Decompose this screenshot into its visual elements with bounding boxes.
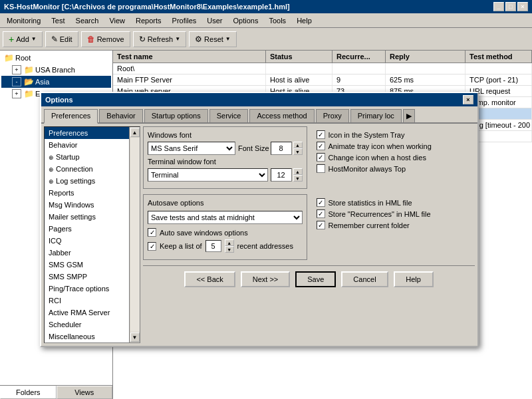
keep-list-checkbox[interactable] xyxy=(148,242,156,251)
spin-down[interactable]: ▼ xyxy=(225,246,234,253)
menu-view[interactable]: View xyxy=(105,15,129,26)
tree-node-label: USA Branch xyxy=(35,66,75,74)
menu-tools[interactable]: Tools xyxy=(265,15,290,26)
back-button[interactable]: << Back xyxy=(184,271,235,287)
title-controls: _ □ × xyxy=(493,2,528,11)
autosave-label: Autosave options xyxy=(148,199,303,207)
nav-item-smssmpp[interactable]: SMS SMPP xyxy=(45,271,129,283)
dialog-close-button[interactable]: × xyxy=(463,95,473,104)
cell-name: Root\ xyxy=(113,63,266,74)
nav-item-rma[interactable]: Active RMA Server xyxy=(45,307,129,319)
tree-node-usa[interactable]: + 📁 USA Branch xyxy=(1,64,111,76)
expand-icon[interactable]: + xyxy=(12,65,21,74)
animate-tray-checkbox[interactable] xyxy=(317,142,325,150)
expand-icon[interactable]: - xyxy=(12,77,21,86)
nav-item-log[interactable]: ⊕ Log settings xyxy=(45,175,129,187)
edit-button[interactable]: ✎ Edit xyxy=(45,31,78,47)
options-nav: Preferences Behavior ⊕ Startup ⊕ Connect… xyxy=(45,127,129,342)
nav-item-behavior[interactable]: Behavior xyxy=(45,139,129,151)
autosave-select[interactable]: Save tests and stats at midnight xyxy=(148,211,303,224)
next-button[interactable]: Next >> xyxy=(241,271,291,287)
maximize-button[interactable]: □ xyxy=(505,2,516,11)
tab-proxy[interactable]: Proxy xyxy=(316,109,349,122)
menu-user[interactable]: User xyxy=(203,15,226,26)
autosave-row: Autosave options Save tests and stats at… xyxy=(143,194,475,260)
nav-item-preferences[interactable]: Preferences xyxy=(45,127,129,139)
menu-reports[interactable]: Reports xyxy=(132,15,166,26)
table-row[interactable]: Main FTP Server Host is alive 9 625 ms T… xyxy=(113,74,532,86)
scroll-down-button[interactable]: ▼ xyxy=(130,332,140,342)
table-row[interactable]: Root\ xyxy=(113,63,532,74)
nav-item-reports[interactable]: Reports xyxy=(45,187,129,199)
help-button[interactable]: Help xyxy=(394,271,434,287)
reset-dropdown-icon[interactable]: ▼ xyxy=(225,36,231,42)
spin-up[interactable]: ▲ xyxy=(293,168,303,175)
keep-list-input[interactable] xyxy=(205,240,221,252)
nav-item-rci[interactable]: RCI xyxy=(45,295,129,307)
nav-item-misc[interactable]: Miscellaneous xyxy=(45,331,129,342)
windows-font-select[interactable]: MS Sans Serif xyxy=(148,142,235,155)
terminal-size-spinner: ▲ ▼ xyxy=(293,168,303,182)
tab-startup[interactable]: Startup options xyxy=(144,109,208,122)
tab-views[interactable]: Views xyxy=(57,386,113,399)
nav-item-pingtrace[interactable]: Ping/Trace options xyxy=(45,283,129,295)
expand-icon[interactable]: + xyxy=(12,89,21,98)
checkbox-row-recurrences: Store "Recurrences" in HML file xyxy=(317,209,471,218)
scroll-up-button[interactable]: ▲ xyxy=(130,128,140,137)
nav-item-smsgsm[interactable]: SMS GSM xyxy=(45,259,129,271)
cell-recurrence xyxy=(332,63,386,74)
nav-item-msg[interactable]: Msg Windows xyxy=(45,199,129,211)
cancel-button[interactable]: Cancel xyxy=(341,271,388,287)
tab-primary-loc[interactable]: Primary loc xyxy=(350,109,402,122)
recurrences-checkbox[interactable] xyxy=(317,209,325,218)
always-top-checkbox[interactable] xyxy=(317,164,325,173)
add-button[interactable]: + Add ▼ xyxy=(3,31,43,47)
folder-checkbox[interactable] xyxy=(317,221,325,229)
nav-item-scheduler[interactable]: Scheduler xyxy=(45,319,129,331)
nav-item-startup[interactable]: ⊕ Startup xyxy=(45,151,129,163)
nav-item-connection[interactable]: ⊕ Connection xyxy=(45,163,129,175)
tab-access-method[interactable]: Access method xyxy=(249,109,314,122)
nav-item-jabber[interactable]: Jabber xyxy=(45,247,129,259)
spin-down[interactable]: ▼ xyxy=(293,148,303,155)
font-size-input[interactable] xyxy=(271,142,292,155)
nav-item-mailer[interactable]: Mailer settings xyxy=(45,211,129,223)
tree-node-root[interactable]: 📁 Root xyxy=(1,52,111,64)
menu-search[interactable]: Search xyxy=(72,15,103,26)
recurrences-label: Store "Recurrences" in HML file xyxy=(329,210,431,218)
auto-save-checkbox[interactable] xyxy=(148,228,156,237)
icon-tray-checkbox[interactable] xyxy=(317,130,325,139)
remove-button[interactable]: 🗑 Remove xyxy=(81,31,130,47)
add-dropdown-icon[interactable]: ▼ xyxy=(31,36,37,42)
spin-up[interactable]: ▲ xyxy=(293,142,303,148)
save-button[interactable]: Save xyxy=(295,271,336,287)
spin-up[interactable]: ▲ xyxy=(225,239,234,246)
menu-profiles[interactable]: Profiles xyxy=(168,15,201,26)
preferences-content: Windows font MS Sans Serif Font Size ▲ ▼ xyxy=(143,126,475,343)
tab-folders[interactable]: Folders xyxy=(0,386,57,399)
tab-more[interactable]: ▶ xyxy=(403,109,415,122)
terminal-font-select[interactable]: Terminal xyxy=(148,168,268,182)
reset-button[interactable]: ⚙ Reset ▼ xyxy=(189,31,237,47)
refresh-button[interactable]: ↻ Refresh ▼ xyxy=(133,31,186,47)
nav-item-pagers[interactable]: Pagers xyxy=(45,223,129,235)
cell-reply: 625 ms xyxy=(386,74,466,85)
menu-monitoring[interactable]: Monitoring xyxy=(3,15,45,26)
close-button[interactable]: × xyxy=(517,2,528,11)
spin-down[interactable]: ▼ xyxy=(293,175,303,182)
minimize-button[interactable]: _ xyxy=(493,2,504,11)
nav-item-icq[interactable]: ICQ xyxy=(45,235,129,247)
menu-test[interactable]: Test xyxy=(47,15,68,26)
stats-checkbox[interactable] xyxy=(317,198,325,207)
menu-help[interactable]: Help xyxy=(293,15,316,26)
refresh-dropdown-icon[interactable]: ▼ xyxy=(175,36,180,42)
auto-save-label: Auto save windows options xyxy=(160,229,248,237)
tree-node-asia[interactable]: - 📂 Asia xyxy=(1,76,111,88)
auto-save-row: Auto save windows options xyxy=(148,228,303,237)
tab-behavior[interactable]: Behavior xyxy=(99,109,142,122)
tab-preferences[interactable]: Preferences xyxy=(44,109,98,124)
terminal-size-input[interactable] xyxy=(271,168,292,182)
tab-service[interactable]: Service xyxy=(209,109,249,122)
change-icon-checkbox[interactable] xyxy=(317,153,325,162)
menu-options[interactable]: Options xyxy=(229,15,263,26)
